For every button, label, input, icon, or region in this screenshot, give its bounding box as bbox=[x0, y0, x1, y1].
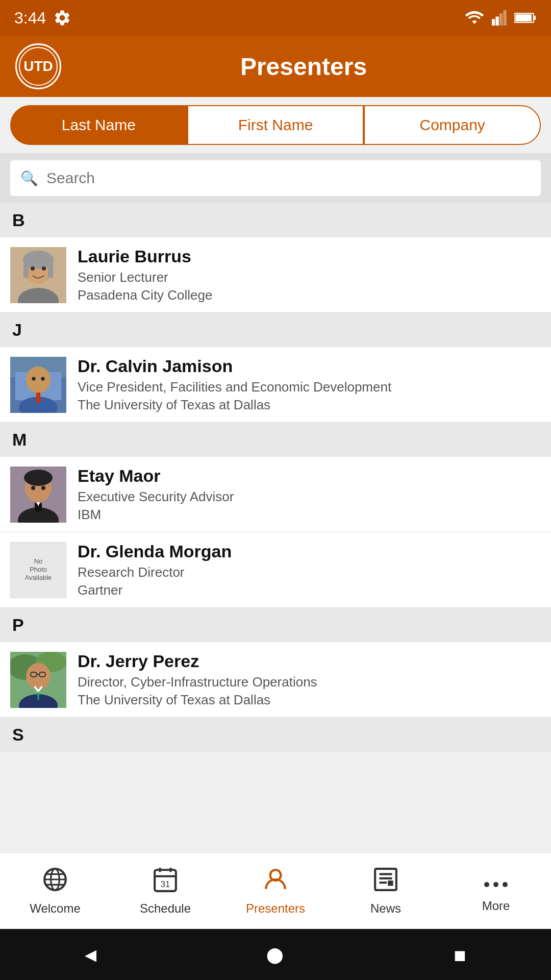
home-button[interactable]: ⬤ bbox=[266, 946, 284, 964]
section-header-b: B bbox=[0, 203, 551, 237]
svg-rect-0 bbox=[492, 19, 495, 26]
nav-label-presenters: Presenters bbox=[246, 901, 305, 916]
presenter-photo-etay bbox=[10, 467, 66, 523]
section-header-p: P bbox=[0, 608, 551, 642]
battery-icon bbox=[514, 10, 537, 26]
svg-point-63 bbox=[503, 882, 508, 887]
svg-point-14 bbox=[42, 266, 46, 271]
presenter-company: Gartner bbox=[78, 582, 232, 598]
presenter-item-jamison[interactable]: Dr. Calvin Jamison Vice President, Facil… bbox=[0, 347, 551, 423]
svg-rect-5 bbox=[534, 16, 536, 20]
svg-text:Available: Available bbox=[25, 574, 52, 581]
svg-point-25 bbox=[24, 470, 53, 486]
presenter-title: Vice President, Facilities and Economic … bbox=[78, 379, 391, 395]
svg-rect-60 bbox=[388, 880, 393, 886]
presenter-photo-jerry bbox=[10, 652, 66, 708]
nav-item-more[interactable]: More bbox=[441, 853, 551, 929]
presenter-info-burrus: Laurie Burrus Senior Lecturer Pasadena C… bbox=[78, 247, 213, 303]
wifi-icon bbox=[464, 10, 485, 26]
presenter-photo-calvin bbox=[10, 357, 66, 413]
header: UTD Presenters bbox=[0, 36, 551, 97]
svg-text:31: 31 bbox=[161, 879, 170, 889]
gear-icon bbox=[53, 9, 71, 27]
presenter-name: Dr. Jerry Perez bbox=[78, 651, 317, 671]
svg-point-30 bbox=[41, 486, 45, 490]
nav-item-schedule[interactable]: 31 Schedule bbox=[110, 853, 220, 929]
signal-icon bbox=[492, 10, 507, 26]
nav-item-welcome[interactable]: Welcome bbox=[0, 853, 110, 929]
nav-label-welcome: Welcome bbox=[30, 901, 81, 916]
presenter-company: The University of Texas at Dallas bbox=[78, 692, 317, 708]
presenter-title: Senior Lecturer bbox=[78, 270, 213, 285]
svg-rect-3 bbox=[504, 10, 507, 26]
nav-label-more: More bbox=[482, 899, 510, 913]
nav-label-news: News bbox=[370, 901, 401, 916]
nav-item-presenters[interactable]: Presenters bbox=[220, 853, 331, 929]
status-time: 3:44 bbox=[14, 9, 46, 28]
search-icon: 🔍 bbox=[20, 170, 38, 187]
bottom-nav: Welcome 31 Schedule Presenters bbox=[0, 852, 551, 929]
svg-text:No: No bbox=[34, 557, 43, 565]
presenter-title: Executive Security Advisor bbox=[78, 489, 234, 505]
presenter-name: Laurie Burrus bbox=[78, 247, 213, 266]
svg-text:Photo: Photo bbox=[30, 566, 47, 573]
search-container: 🔍 bbox=[0, 153, 551, 203]
nav-item-news[interactable]: News bbox=[331, 853, 441, 929]
svg-rect-10 bbox=[23, 260, 29, 278]
presenter-company: The University of Texas at Dallas bbox=[78, 397, 391, 413]
sort-tabs: Last Name First Name Company bbox=[0, 97, 551, 153]
logo-text: UTD bbox=[19, 47, 58, 86]
presenter-item-perez[interactable]: Dr. Jerry Perez Director, Cyber-Infrastr… bbox=[0, 642, 551, 718]
presenter-info-perez: Dr. Jerry Perez Director, Cyber-Infrastr… bbox=[78, 651, 317, 708]
svg-point-22 bbox=[41, 377, 45, 380]
app-logo: UTD bbox=[15, 43, 61, 89]
search-box: 🔍 bbox=[10, 160, 541, 196]
svg-rect-11 bbox=[48, 260, 53, 278]
presenter-name: Dr. Glenda Morgan bbox=[78, 542, 232, 561]
recents-button[interactable]: ◼ bbox=[454, 946, 466, 964]
nav-label-schedule: Schedule bbox=[140, 901, 191, 916]
android-nav-bar: ◀ ⬤ ◼ bbox=[0, 929, 551, 980]
svg-rect-6 bbox=[515, 14, 532, 21]
main-content: B Laurie Burrus Senior Lectu bbox=[0, 203, 551, 852]
svg-point-29 bbox=[31, 486, 35, 490]
presenter-company: Pasadena City College bbox=[78, 287, 213, 303]
back-button[interactable]: ◀ bbox=[85, 946, 96, 964]
more-icon bbox=[483, 869, 509, 895]
page-title: Presenters bbox=[71, 53, 536, 81]
sort-tab-company[interactable]: Company bbox=[364, 105, 541, 145]
presenter-photo-laurie bbox=[10, 247, 66, 303]
presenter-title: Director, Cyber-Infrastructure Operation… bbox=[78, 674, 317, 690]
status-bar: 3:44 bbox=[0, 0, 551, 36]
news-icon bbox=[373, 867, 398, 897]
svg-rect-1 bbox=[496, 17, 499, 26]
presenter-name: Etay Maor bbox=[78, 466, 234, 486]
sort-tab-firstname[interactable]: First Name bbox=[187, 105, 364, 145]
svg-point-38 bbox=[26, 663, 51, 690]
presenter-name: Dr. Calvin Jamison bbox=[78, 356, 391, 376]
presenter-info-maor: Etay Maor Executive Security Advisor IBM bbox=[78, 466, 234, 523]
svg-rect-20 bbox=[36, 393, 40, 403]
section-header-s: S bbox=[0, 718, 551, 752]
person-icon bbox=[263, 867, 288, 897]
presenter-title: Research Director bbox=[78, 565, 232, 580]
sort-tab-lastname[interactable]: Last Name bbox=[10, 105, 187, 145]
globe-icon bbox=[42, 867, 68, 897]
presenter-item-maor[interactable]: Etay Maor Executive Security Advisor IBM bbox=[0, 457, 551, 532]
presenter-info-jamison: Dr. Calvin Jamison Vice President, Facil… bbox=[78, 356, 391, 413]
svg-rect-2 bbox=[499, 13, 503, 26]
search-input[interactable] bbox=[46, 169, 531, 187]
presenter-company: IBM bbox=[78, 507, 234, 523]
presenter-photo-glenda: No Photo Available bbox=[10, 542, 66, 598]
svg-point-62 bbox=[493, 882, 498, 887]
section-header-m: M bbox=[0, 423, 551, 457]
presenter-item-morgan[interactable]: No Photo Available Dr. Glenda Morgan Res… bbox=[0, 532, 551, 608]
svg-point-61 bbox=[484, 882, 489, 887]
svg-point-13 bbox=[31, 266, 35, 271]
presenter-info-morgan: Dr. Glenda Morgan Research Director Gart… bbox=[78, 542, 232, 598]
calendar-icon: 31 bbox=[153, 867, 178, 897]
section-header-j: J bbox=[0, 313, 551, 347]
svg-point-18 bbox=[26, 366, 51, 393]
status-icons bbox=[464, 10, 537, 26]
presenter-item-burrus[interactable]: Laurie Burrus Senior Lecturer Pasadena C… bbox=[0, 237, 551, 313]
